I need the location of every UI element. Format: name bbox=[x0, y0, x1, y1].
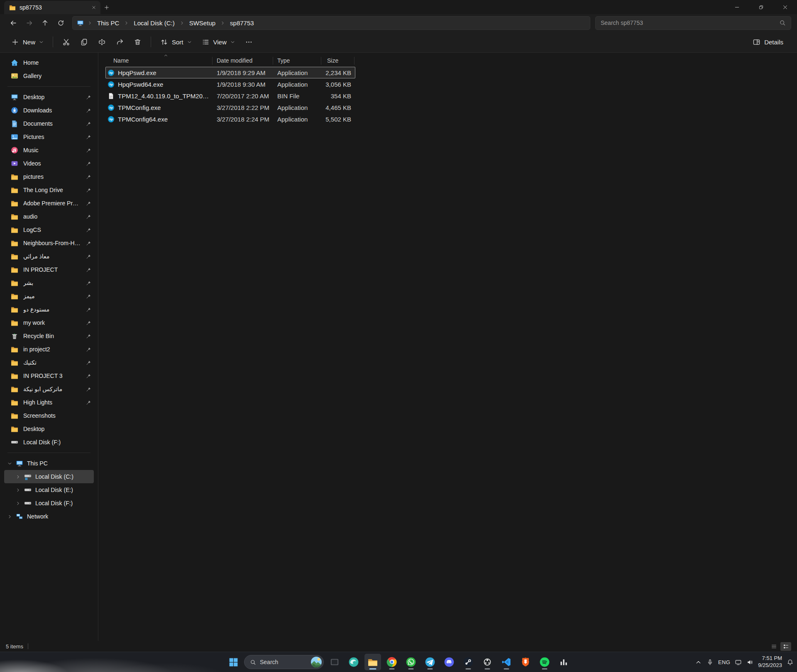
breadcrumb-item[interactable]: SWSetup bbox=[177, 18, 218, 28]
tree-item[interactable]: Local Disk (C:) bbox=[4, 470, 94, 483]
start-button[interactable] bbox=[225, 654, 242, 670]
volume-icon[interactable] bbox=[746, 659, 753, 666]
file-row[interactable]: hp HpqPswd.exe 1/9/2018 9:29 AM Applicat… bbox=[105, 67, 355, 78]
tree-item[interactable]: Local Disk (E:) bbox=[4, 483, 94, 497]
view-button[interactable]: View bbox=[197, 35, 240, 49]
sidebar-item[interactable]: Downloads bbox=[4, 104, 94, 117]
search-icon[interactable] bbox=[779, 19, 786, 26]
chrome-icon[interactable] bbox=[384, 654, 400, 670]
levels-icon[interactable] bbox=[555, 654, 572, 670]
tree-chevron-icon[interactable] bbox=[16, 475, 20, 479]
back-button[interactable] bbox=[6, 16, 21, 30]
rename-button[interactable] bbox=[93, 35, 110, 49]
sidebar-item[interactable]: بشر bbox=[4, 276, 94, 290]
sidebar-item[interactable]: Neighbours-From-Hell-1-Arabi bbox=[4, 236, 94, 250]
sidebar-item[interactable]: Documents bbox=[4, 117, 94, 130]
close-button[interactable] bbox=[773, 0, 797, 14]
explorer-tab[interactable]: sp87753 bbox=[4, 1, 100, 14]
address-bar[interactable]: This PC Local Disk (C:) SWSetup sp87753 bbox=[72, 16, 590, 30]
tree-chevron-icon[interactable] bbox=[7, 461, 12, 466]
whatsapp-icon[interactable] bbox=[403, 654, 419, 670]
details-pane-icon bbox=[753, 38, 760, 46]
sidebar-item[interactable]: Home bbox=[4, 56, 94, 69]
breadcrumb-item[interactable]: This PC bbox=[85, 18, 121, 28]
minimize-button[interactable] bbox=[725, 0, 749, 14]
display-cast-icon[interactable] bbox=[735, 659, 742, 666]
refresh-button[interactable] bbox=[53, 16, 68, 30]
sidebar-item[interactable]: Local Disk (F:) bbox=[4, 436, 94, 449]
language-indicator[interactable]: ENG bbox=[718, 659, 730, 665]
cut-button[interactable] bbox=[58, 35, 75, 49]
tree-item[interactable]: Local Disk (F:) bbox=[4, 497, 94, 510]
forward-button[interactable] bbox=[22, 16, 37, 30]
hidden-icons-chevron-icon[interactable] bbox=[695, 659, 702, 666]
sidebar-item[interactable]: معاذ مرائي bbox=[4, 250, 94, 263]
sidebar-item[interactable]: Pictures bbox=[4, 130, 94, 144]
sidebar-item[interactable]: ميمز bbox=[4, 290, 94, 303]
breadcrumb-item[interactable]: sp87753 bbox=[218, 18, 256, 28]
sidebar-item[interactable]: High Lights bbox=[4, 396, 94, 409]
sidebar-item[interactable]: Screenshots bbox=[4, 409, 94, 422]
sidebar-item[interactable]: LogCS bbox=[4, 223, 94, 236]
maximize-button[interactable] bbox=[749, 0, 773, 14]
column-header-name[interactable]: Name bbox=[105, 57, 213, 65]
sidebar-item[interactable]: audio bbox=[4, 210, 94, 223]
sidebar-item[interactable]: my work bbox=[4, 316, 94, 329]
brave-icon[interactable] bbox=[517, 654, 534, 670]
sidebar-item[interactable]: IN PROJECT bbox=[4, 263, 94, 276]
share-button[interactable] bbox=[111, 35, 128, 49]
column-header-date-modified[interactable]: Date modified bbox=[213, 57, 273, 65]
file-row[interactable]: hp TPMConfig64.exe 3/27/2018 2:24 PM App… bbox=[105, 113, 355, 125]
taskbar-search[interactable]: Search bbox=[244, 655, 324, 669]
notification-bell-icon[interactable] bbox=[787, 659, 794, 666]
discord-icon[interactable] bbox=[441, 654, 457, 670]
explorer-icon[interactable] bbox=[364, 654, 381, 670]
sidebar-item[interactable]: in project2 bbox=[4, 343, 94, 356]
obs-icon[interactable] bbox=[479, 654, 496, 670]
new-tab-button[interactable] bbox=[100, 1, 113, 14]
column-header-type[interactable]: Type bbox=[273, 57, 321, 65]
edge-icon[interactable] bbox=[345, 654, 362, 670]
sidebar-item[interactable]: Gallery bbox=[4, 69, 94, 83]
sidebar-item[interactable]: IN PROJECT 3 bbox=[4, 369, 94, 382]
column-header-size[interactable]: Size bbox=[321, 57, 354, 65]
tab-close-icon[interactable] bbox=[90, 3, 98, 12]
new-button[interactable]: New bbox=[7, 35, 48, 49]
sidebar-item[interactable]: pictures bbox=[4, 170, 94, 183]
details-view-toggle[interactable] bbox=[780, 642, 791, 651]
sidebar-item[interactable]: تكتيك bbox=[4, 356, 94, 369]
tree-chevron-icon[interactable] bbox=[7, 514, 12, 519]
sidebar-item[interactable]: ماتركس ابو نيكة bbox=[4, 382, 94, 396]
up-button[interactable] bbox=[37, 16, 52, 30]
tree-item[interactable]: Network bbox=[4, 510, 94, 523]
search-box[interactable]: Search sp87753 bbox=[595, 16, 791, 30]
sidebar-item[interactable]: Music bbox=[4, 144, 94, 157]
telegram-icon[interactable] bbox=[422, 654, 438, 670]
delete-button[interactable] bbox=[129, 35, 146, 49]
sidebar-item[interactable]: Adobe Premiere Pro Auto-Save bbox=[4, 197, 94, 210]
tree-chevron-icon[interactable] bbox=[16, 488, 20, 492]
steam-icon[interactable] bbox=[460, 654, 477, 670]
breadcrumb-item[interactable]: Local Disk (C:) bbox=[121, 18, 176, 28]
sort-button[interactable]: Sort bbox=[156, 35, 196, 49]
sidebar-item[interactable]: Desktop bbox=[4, 90, 94, 104]
file-row[interactable]: hp TPMConfig.exe 3/27/2018 2:22 PM Appli… bbox=[105, 102, 355, 113]
sidebar-item[interactable]: مستودع دو bbox=[4, 303, 94, 316]
microphone-icon[interactable] bbox=[707, 659, 714, 666]
sidebar-item[interactable]: Desktop bbox=[4, 422, 94, 436]
file-row[interactable]: hp HpqPswd64.exe 1/9/2018 9:30 AM Applic… bbox=[105, 78, 355, 90]
taskview-icon[interactable] bbox=[326, 654, 343, 670]
file-row[interactable]: TPM12_4.40.119.0_to_TPM20_5.62.3126.0...… bbox=[105, 90, 355, 102]
copy-button[interactable] bbox=[76, 35, 93, 49]
tree-chevron-icon[interactable] bbox=[16, 501, 20, 506]
clock[interactable]: 7:51 PM 9/25/2023 bbox=[758, 655, 782, 669]
more-options-button[interactable] bbox=[240, 35, 257, 49]
details-pane-button[interactable]: Details bbox=[748, 35, 788, 49]
sidebar-item[interactable]: The Long Drive bbox=[4, 183, 94, 197]
spotify-icon[interactable] bbox=[536, 654, 553, 670]
list-view-toggle[interactable] bbox=[768, 642, 779, 651]
sidebar-item[interactable]: Recycle Bin bbox=[4, 329, 94, 343]
sidebar-item[interactable]: Videos bbox=[4, 157, 94, 170]
vscode-icon[interactable] bbox=[498, 654, 515, 670]
tree-item[interactable]: This PC bbox=[4, 457, 94, 470]
